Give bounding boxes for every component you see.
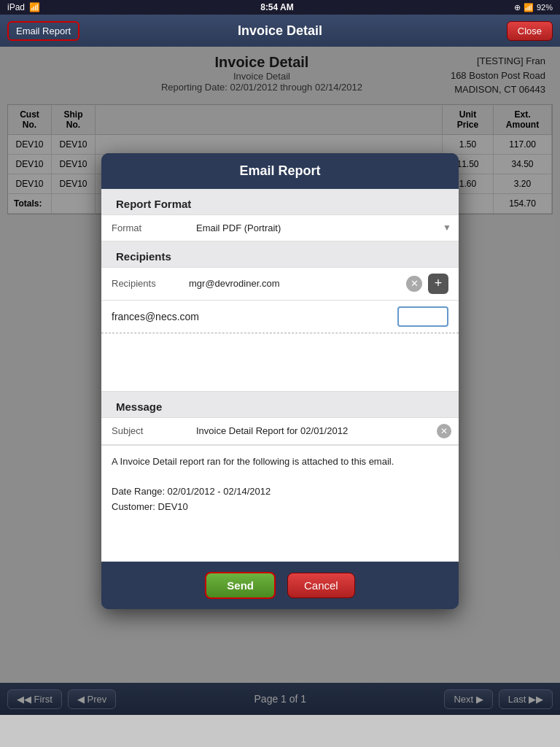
modal-title: Email Report [101, 153, 459, 189]
message-text[interactable]: A Invoice Detail report ran for the foll… [101, 445, 459, 562]
recipients-label: Recipients [112, 278, 189, 289]
modal-body: Report Format Format Email PDF (Portrait… [101, 189, 459, 562]
format-row: Format Email PDF (Portrait) ▼ [101, 214, 459, 241]
recipients-row: Recipients mgr@devrodiner.com ✕ + [101, 267, 459, 301]
device-label: iPad [7, 2, 25, 12]
send-button[interactable]: Send [205, 572, 276, 599]
subject-input[interactable]: Invoice Detail Report for 02/01/2012 ✕ [189, 418, 459, 444]
main-content: Invoice Detail Invoice Detail Reporting … [0, 47, 560, 715]
frances-row: frances@necs.com [101, 301, 459, 333]
dropdown-arrow-icon: ▼ [443, 222, 451, 233]
bluetooth-icon: 📶 [524, 3, 534, 12]
subject-value: Invoice Detail Report for 02/01/2012 [196, 425, 348, 436]
battery-label: 92% [537, 3, 553, 12]
empty-recipients-area [101, 333, 459, 392]
message-section: Message Subject Invoice Detail Report fo… [101, 392, 459, 562]
status-left: iPad 📶 [7, 2, 40, 12]
message-section-header: Message [101, 392, 459, 417]
subject-label: Subject [101, 418, 189, 444]
modal-overlay: Email Report Report Format Format Email … [0, 47, 560, 715]
close-button[interactable]: Close [507, 21, 553, 41]
nav-bar: Email Report Invoice Detail Close [0, 15, 560, 47]
cancel-button[interactable]: Cancel [287, 573, 355, 598]
recipients-section-header: Recipients [101, 241, 459, 267]
format-value[interactable]: Email PDF (Portrait) ▼ [189, 215, 459, 241]
clear-recipient-button[interactable]: ✕ [406, 276, 422, 292]
format-label: Format [101, 215, 189, 241]
frances-input-field[interactable] [397, 306, 448, 327]
lock-icon: ⊕ [514, 3, 521, 12]
email-report-button[interactable]: Email Report [7, 21, 79, 41]
status-time: 8:54 AM [260, 2, 294, 12]
modal-footer: Send Cancel [101, 562, 459, 609]
subject-row: Subject Invoice Detail Report for 02/01/… [101, 417, 459, 445]
report-format-section-header: Report Format [101, 189, 459, 214]
message-content: A Invoice Detail report ran for the foll… [112, 454, 448, 515]
nav-title: Invoice Detail [238, 15, 322, 47]
status-bar: iPad 📶 8:54 AM ⊕ 📶 92% [0, 0, 560, 15]
frances-email-value: frances@necs.com [112, 311, 397, 322]
format-text: Email PDF (Portrait) [196, 222, 281, 233]
status-right: ⊕ 📶 92% [514, 3, 553, 12]
add-recipient-button[interactable]: + [428, 274, 448, 294]
clear-subject-button[interactable]: ✕ [437, 424, 451, 438]
email-report-modal: Email Report Report Format Format Email … [101, 153, 459, 609]
recipient-email-value: mgr@devrodiner.com [189, 278, 406, 289]
wifi-icon: 📶 [29, 2, 40, 12]
